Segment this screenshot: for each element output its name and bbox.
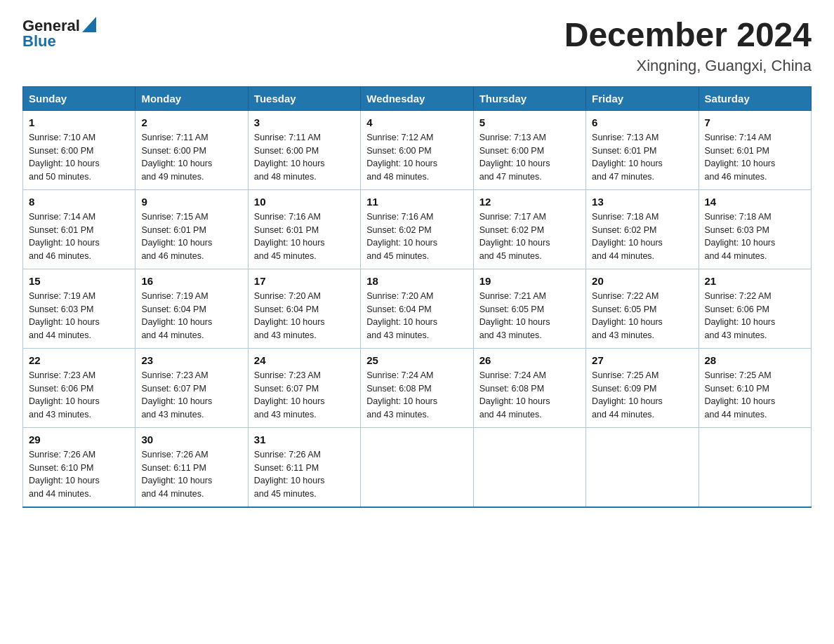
day-info: Sunrise: 7:19 AMSunset: 6:03 PMDaylight:… bbox=[29, 290, 129, 342]
day-info: Sunrise: 7:22 AMSunset: 6:05 PMDaylight:… bbox=[592, 290, 692, 342]
day-number: 25 bbox=[366, 354, 467, 366]
calendar-cell: 14Sunrise: 7:18 AMSunset: 6:03 PMDayligh… bbox=[699, 189, 811, 269]
day-info: Sunrise: 7:13 AMSunset: 6:01 PMDaylight:… bbox=[592, 131, 692, 184]
calendar-week-row: 1Sunrise: 7:10 AMSunset: 6:00 PMDaylight… bbox=[23, 110, 812, 189]
calendar-cell: 5Sunrise: 7:13 AMSunset: 6:00 PMDaylight… bbox=[473, 110, 585, 189]
day-info: Sunrise: 7:18 AMSunset: 6:02 PMDaylight:… bbox=[592, 210, 692, 263]
calendar-cell bbox=[586, 427, 699, 507]
calendar-cell: 29Sunrise: 7:26 AMSunset: 6:10 PMDayligh… bbox=[23, 427, 135, 507]
day-number: 23 bbox=[141, 354, 241, 366]
calendar-cell: 6Sunrise: 7:13 AMSunset: 6:01 PMDaylight… bbox=[586, 110, 699, 189]
calendar-cell: 27Sunrise: 7:25 AMSunset: 6:09 PMDayligh… bbox=[586, 348, 699, 427]
day-number: 18 bbox=[366, 275, 467, 287]
day-number: 19 bbox=[479, 275, 580, 287]
page-header: General Blue December 2024 Xingning, Gua… bbox=[22, 17, 812, 75]
location-subtitle: Xingning, Guangxi, China bbox=[564, 57, 812, 75]
day-info: Sunrise: 7:21 AMSunset: 6:05 PMDaylight:… bbox=[479, 290, 580, 342]
calendar-header-row: SundayMondayTuesdayWednesdayThursdayFrid… bbox=[23, 86, 812, 110]
calendar-cell bbox=[699, 427, 811, 507]
calendar-cell: 30Sunrise: 7:26 AMSunset: 6:11 PMDayligh… bbox=[135, 427, 248, 507]
day-number: 5 bbox=[479, 116, 580, 128]
day-number: 6 bbox=[592, 116, 692, 128]
day-number: 11 bbox=[366, 196, 467, 208]
day-number: 28 bbox=[705, 354, 805, 366]
header-thursday: Thursday bbox=[473, 86, 585, 110]
calendar-week-row: 29Sunrise: 7:26 AMSunset: 6:10 PMDayligh… bbox=[23, 427, 812, 507]
day-info: Sunrise: 7:25 AMSunset: 6:09 PMDaylight:… bbox=[592, 369, 692, 422]
day-info: Sunrise: 7:14 AMSunset: 6:01 PMDaylight:… bbox=[29, 210, 129, 263]
header-sunday: Sunday bbox=[23, 86, 135, 110]
calendar-cell: 20Sunrise: 7:22 AMSunset: 6:05 PMDayligh… bbox=[586, 269, 699, 348]
calendar-table: SundayMondayTuesdayWednesdayThursdayFrid… bbox=[22, 86, 812, 508]
day-info: Sunrise: 7:23 AMSunset: 6:07 PMDaylight:… bbox=[141, 369, 241, 422]
calendar-week-row: 15Sunrise: 7:19 AMSunset: 6:03 PMDayligh… bbox=[23, 269, 812, 348]
day-number: 26 bbox=[479, 354, 580, 366]
day-number: 15 bbox=[29, 275, 129, 287]
day-info: Sunrise: 7:22 AMSunset: 6:06 PMDaylight:… bbox=[705, 290, 805, 342]
calendar-cell: 4Sunrise: 7:12 AMSunset: 6:00 PMDaylight… bbox=[361, 110, 473, 189]
day-number: 22 bbox=[29, 354, 129, 366]
day-info: Sunrise: 7:17 AMSunset: 6:02 PMDaylight:… bbox=[479, 210, 580, 263]
day-info: Sunrise: 7:16 AMSunset: 6:01 PMDaylight:… bbox=[254, 210, 355, 263]
logo: General Blue bbox=[22, 17, 96, 51]
day-info: Sunrise: 7:11 AMSunset: 6:00 PMDaylight:… bbox=[254, 131, 355, 184]
calendar-cell: 21Sunrise: 7:22 AMSunset: 6:06 PMDayligh… bbox=[699, 269, 811, 348]
day-info: Sunrise: 7:23 AMSunset: 6:06 PMDaylight:… bbox=[29, 369, 129, 422]
calendar-cell bbox=[473, 427, 585, 507]
calendar-cell: 12Sunrise: 7:17 AMSunset: 6:02 PMDayligh… bbox=[473, 189, 585, 269]
calendar-cell: 1Sunrise: 7:10 AMSunset: 6:00 PMDaylight… bbox=[23, 110, 135, 189]
calendar-cell: 22Sunrise: 7:23 AMSunset: 6:06 PMDayligh… bbox=[23, 348, 135, 427]
day-info: Sunrise: 7:25 AMSunset: 6:10 PMDaylight:… bbox=[705, 369, 805, 422]
header-monday: Monday bbox=[135, 86, 248, 110]
day-number: 7 bbox=[705, 116, 805, 128]
svg-marker-0 bbox=[82, 17, 96, 32]
day-number: 27 bbox=[592, 354, 692, 366]
day-number: 14 bbox=[705, 196, 805, 208]
day-info: Sunrise: 7:16 AMSunset: 6:02 PMDaylight:… bbox=[366, 210, 467, 263]
day-number: 16 bbox=[141, 275, 241, 287]
calendar-cell: 8Sunrise: 7:14 AMSunset: 6:01 PMDaylight… bbox=[23, 189, 135, 269]
day-number: 21 bbox=[705, 275, 805, 287]
calendar-cell: 26Sunrise: 7:24 AMSunset: 6:08 PMDayligh… bbox=[473, 348, 585, 427]
day-number: 17 bbox=[254, 275, 355, 287]
calendar-cell bbox=[361, 427, 473, 507]
day-number: 30 bbox=[141, 434, 241, 445]
day-info: Sunrise: 7:15 AMSunset: 6:01 PMDaylight:… bbox=[141, 210, 241, 263]
logo-triangle-icon bbox=[82, 17, 96, 32]
day-info: Sunrise: 7:24 AMSunset: 6:08 PMDaylight:… bbox=[366, 369, 467, 422]
calendar-cell: 11Sunrise: 7:16 AMSunset: 6:02 PMDayligh… bbox=[361, 189, 473, 269]
calendar-cell: 18Sunrise: 7:20 AMSunset: 6:04 PMDayligh… bbox=[361, 269, 473, 348]
day-info: Sunrise: 7:23 AMSunset: 6:07 PMDaylight:… bbox=[254, 369, 355, 422]
day-number: 24 bbox=[254, 354, 355, 366]
day-number: 4 bbox=[366, 116, 467, 128]
calendar-cell: 19Sunrise: 7:21 AMSunset: 6:05 PMDayligh… bbox=[473, 269, 585, 348]
day-info: Sunrise: 7:20 AMSunset: 6:04 PMDaylight:… bbox=[254, 290, 355, 342]
day-info: Sunrise: 7:14 AMSunset: 6:01 PMDaylight:… bbox=[705, 131, 805, 184]
day-number: 13 bbox=[592, 196, 692, 208]
calendar-cell: 10Sunrise: 7:16 AMSunset: 6:01 PMDayligh… bbox=[248, 189, 360, 269]
calendar-cell: 7Sunrise: 7:14 AMSunset: 6:01 PMDaylight… bbox=[699, 110, 811, 189]
day-info: Sunrise: 7:24 AMSunset: 6:08 PMDaylight:… bbox=[479, 369, 580, 422]
day-number: 31 bbox=[254, 434, 355, 445]
calendar-cell: 28Sunrise: 7:25 AMSunset: 6:10 PMDayligh… bbox=[699, 348, 811, 427]
calendar-cell: 31Sunrise: 7:26 AMSunset: 6:11 PMDayligh… bbox=[248, 427, 360, 507]
calendar-cell: 24Sunrise: 7:23 AMSunset: 6:07 PMDayligh… bbox=[248, 348, 360, 427]
day-number: 8 bbox=[29, 196, 129, 208]
day-info: Sunrise: 7:10 AMSunset: 6:00 PMDaylight:… bbox=[29, 131, 129, 184]
day-info: Sunrise: 7:26 AMSunset: 6:11 PMDaylight:… bbox=[254, 448, 355, 501]
day-number: 3 bbox=[254, 116, 355, 128]
logo-blue-text: Blue bbox=[22, 32, 56, 51]
day-info: Sunrise: 7:26 AMSunset: 6:10 PMDaylight:… bbox=[29, 448, 129, 501]
header-friday: Friday bbox=[586, 86, 699, 110]
header-tuesday: Tuesday bbox=[248, 86, 360, 110]
calendar-week-row: 8Sunrise: 7:14 AMSunset: 6:01 PMDaylight… bbox=[23, 189, 812, 269]
day-info: Sunrise: 7:18 AMSunset: 6:03 PMDaylight:… bbox=[705, 210, 805, 263]
day-info: Sunrise: 7:26 AMSunset: 6:11 PMDaylight:… bbox=[141, 448, 241, 501]
header-wednesday: Wednesday bbox=[361, 86, 473, 110]
day-number: 29 bbox=[29, 434, 129, 445]
day-number: 20 bbox=[592, 275, 692, 287]
day-number: 1 bbox=[29, 116, 129, 128]
calendar-cell: 16Sunrise: 7:19 AMSunset: 6:04 PMDayligh… bbox=[135, 269, 248, 348]
calendar-cell: 23Sunrise: 7:23 AMSunset: 6:07 PMDayligh… bbox=[135, 348, 248, 427]
day-info: Sunrise: 7:20 AMSunset: 6:04 PMDaylight:… bbox=[366, 290, 467, 342]
